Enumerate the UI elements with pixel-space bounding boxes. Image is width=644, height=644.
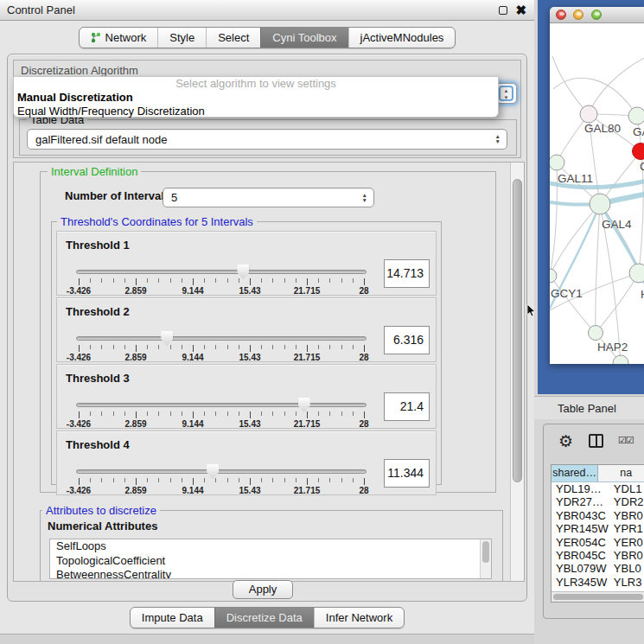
slider-tick	[307, 478, 308, 485]
settings-vertical-scrollbar[interactable]	[510, 163, 524, 581]
list-scrollbar[interactable]	[480, 539, 491, 578]
table-row[interactable]: YLR345WYLR3	[552, 576, 644, 589]
slider-thumb[interactable]	[207, 464, 219, 479]
dropdown-option-equal-width[interactable]: Equal Width/Frequency Discretization	[14, 105, 498, 118]
column-header-name[interactable]: na	[598, 465, 644, 481]
slider-thumb[interactable]	[237, 265, 249, 279]
threshold-value-field[interactable]: 11.344	[384, 459, 430, 488]
close-icon[interactable]: ✖	[515, 0, 526, 21]
slider-track[interactable]	[76, 403, 367, 407]
network-node-gcy1[interactable]	[550, 269, 557, 283]
threshold-slider[interactable]: -3.4262.8599.14415.4321.71528	[76, 263, 367, 296]
scrollbar-thumb[interactable]	[513, 179, 522, 482]
table-panel-toolbar: ⚙ ☑☑	[544, 424, 644, 459]
threshold-value-field[interactable]: 21.4	[384, 392, 430, 421]
bottom-tab-infer-network[interactable]: Infer Network	[314, 608, 404, 628]
tab-network[interactable]: Network	[80, 28, 158, 48]
cell-shared-name[interactable]: YDL19…	[552, 482, 609, 495]
cell-shared-name[interactable]: YPR145W	[552, 522, 609, 535]
network-canvas[interactable]: GAL80GACGAL11GAL4GCY1HHAP2	[550, 23, 644, 364]
number-of-intervals-combobox[interactable]: 5 ▲▼	[163, 188, 374, 207]
threshold-label: Threshold 3	[66, 372, 130, 385]
threshold-value-field[interactable]: 6.316	[384, 326, 430, 354]
node-label: GAL4	[602, 218, 632, 231]
table-data-combobox[interactable]: galFiltered.sif default node ▲▼	[27, 129, 507, 150]
apply-button[interactable]: Apply	[233, 580, 293, 599]
close-traffic-light-icon[interactable]	[556, 10, 566, 20]
slider-tick	[158, 478, 159, 482]
cell-name[interactable]: YBR0	[609, 509, 644, 522]
cell-name[interactable]: YBL0	[609, 562, 644, 575]
cell-shared-name[interactable]: YLR345W	[552, 576, 609, 589]
table-row[interactable]: YER054CYER0	[552, 536, 644, 549]
network-edge[interactable]	[596, 204, 600, 333]
table-row[interactable]: YPR145WYPR1	[552, 522, 644, 535]
network-node-gal11[interactable]	[550, 155, 564, 170]
gear-icon[interactable]: ⚙	[558, 431, 573, 451]
minimize-traffic-light-icon[interactable]	[573, 10, 583, 20]
network-edge[interactable]	[589, 56, 644, 114]
slider-thumb[interactable]	[161, 331, 173, 346]
network-node-ga[interactable]	[628, 107, 644, 124]
network-edge[interactable]	[550, 163, 558, 276]
cell-shared-name[interactable]: YBR045C	[552, 549, 609, 562]
dropdown-option-manual-discretization[interactable]: Manual Discretization	[14, 91, 498, 105]
network-node-gal4[interactable]	[590, 194, 610, 214]
tab-jactivemnodules[interactable]: jActiveMNodules	[348, 28, 456, 48]
network-node-h[interactable]	[629, 264, 644, 283]
cell-name[interactable]: YER0	[609, 536, 644, 549]
table-row[interactable]: YDR27…YDR2	[552, 495, 644, 508]
slider-tick	[170, 345, 171, 349]
network-node-hap2[interactable]	[589, 326, 603, 341]
attribute-list-item[interactable]: BetweennessCentrality	[50, 568, 491, 579]
bottom-tab-impute-data[interactable]: Impute Data	[131, 608, 214, 628]
column-header-shared[interactable]: shared…	[552, 465, 598, 481]
numerical-attributes-list[interactable]: SelfLoopsTopologicalCoefficientBetweenne…	[49, 539, 492, 579]
float-window-icon[interactable]	[499, 6, 507, 15]
columns-icon[interactable]	[589, 434, 603, 448]
slider-thumb[interactable]	[298, 398, 310, 412]
algorithm-dropdown-popup: Select algorithm to view settings Manual…	[13, 76, 499, 118]
network-edge[interactable]	[550, 276, 596, 333]
network-view-frame: GAL80GACGAL11GAL4GCY1HHAP2	[538, 0, 644, 394]
threshold-slider[interactable]: -3.4262.8599.14415.4321.71528	[76, 329, 367, 362]
cell-shared-name[interactable]: YBR043C	[552, 509, 609, 522]
tab-cyni-toolbox[interactable]: Cyni Toolbox	[260, 28, 348, 48]
node-label: H	[641, 288, 644, 301]
slider-tick	[136, 345, 137, 352]
tab-label: Network	[105, 31, 147, 44]
table-row[interactable]: YBR043CYBR0	[552, 509, 644, 522]
tab-style[interactable]: Style	[157, 28, 206, 48]
slider-track[interactable]	[76, 469, 367, 474]
zoom-traffic-light-icon[interactable]	[591, 10, 602, 20]
threshold-value-field[interactable]: 14.713	[384, 259, 430, 288]
slider-track[interactable]	[76, 270, 367, 274]
tab-select[interactable]: Select	[206, 28, 260, 48]
cell-shared-name[interactable]: YBL079W	[552, 562, 609, 575]
table-horizontal-scrollbar[interactable]	[552, 591, 644, 602]
cell-name[interactable]: YBR0	[609, 549, 644, 562]
slider-track[interactable]	[76, 336, 367, 341]
cell-name[interactable]: YPR1	[609, 522, 644, 535]
cell-shared-name[interactable]: YER054C	[552, 536, 609, 549]
attribute-list-item[interactable]: SelfLoops	[50, 539, 491, 554]
select-columns-icon[interactable]: ☑☑	[618, 435, 634, 446]
table-row[interactable]: YDL19…YDL1	[552, 482, 644, 495]
threshold-slider[interactable]: -3.4262.8599.14415.4321.71528	[76, 396, 367, 429]
combobox-stepper-icon[interactable]: ▲▼	[499, 86, 513, 101]
attribute-list-item[interactable]: TopologicalCoefficient	[50, 554, 491, 569]
cell-shared-name[interactable]: YDR27…	[552, 495, 609, 508]
list-scrollbar-thumb[interactable]	[482, 541, 489, 563]
cell-name[interactable]: YDR2	[609, 495, 644, 508]
table-row[interactable]: YBL079WYBL0	[552, 562, 644, 575]
cell-name[interactable]: YLR3	[609, 576, 644, 589]
slider-tick	[239, 345, 239, 349]
network-node-gal80[interactable]	[580, 105, 597, 123]
dropdown-placeholder-option[interactable]: Select algorithm to view settings	[14, 77, 498, 91]
hscrollbar-thumb[interactable]	[553, 594, 643, 600]
network-edge[interactable]	[550, 204, 600, 276]
table-row[interactable]: YBR045CYBR0	[552, 549, 644, 562]
bottom-tab-discretize-data[interactable]: Discretize Data	[214, 608, 314, 628]
cell-name[interactable]: YDL1	[609, 482, 644, 495]
threshold-slider[interactable]: -3.4262.8599.14415.4321.71528	[76, 462, 367, 495]
